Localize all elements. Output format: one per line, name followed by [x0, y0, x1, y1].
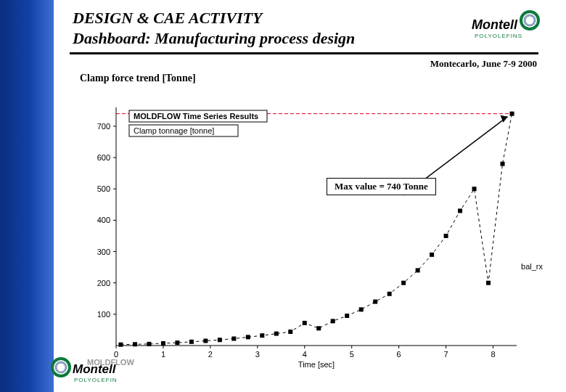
- data-marker: [288, 330, 292, 334]
- side-accent-bar: [0, 0, 54, 392]
- brand-sub: POLYOLEFINS: [475, 33, 522, 39]
- brand-name: Montell: [73, 362, 116, 376]
- brand-logo-bottom: Montell POLYOLEFINS: [51, 357, 116, 388]
- data-marker: [175, 340, 179, 345]
- x-tick-label: 2: [208, 350, 213, 359]
- data-marker: [231, 337, 236, 341]
- brand-sub: POLYOLEFINS: [74, 377, 116, 383]
- data-marker: [458, 208, 462, 213]
- y-tick-label: 600: [97, 153, 110, 162]
- data-marker: [444, 234, 448, 238]
- page-title-line1: DESIGN & CAE ACTIVITY: [73, 9, 537, 28]
- data-marker: [486, 281, 491, 285]
- x-tick-label: 8: [491, 350, 495, 359]
- data-marker: [189, 340, 194, 344]
- y-tick-label: 100: [97, 310, 110, 319]
- legend-series-label: bal_rx: [521, 262, 543, 271]
- x-tick-label: 7: [444, 350, 448, 359]
- data-marker: [345, 314, 349, 318]
- data-marker: [359, 307, 364, 311]
- page-title-line2: Dashboard: Manufacturing process design: [73, 29, 537, 48]
- slide-root: { "header": { "title1": "DESIGN & CAE AC…: [0, 0, 566, 392]
- data-marker: [316, 326, 321, 330]
- data-marker: [501, 162, 505, 166]
- data-marker: [331, 319, 335, 323]
- chart-inner-subtitle: Clamp tonnage [tonne]: [134, 126, 214, 135]
- data-marker: [430, 253, 434, 257]
- x-tick-label: 1: [161, 350, 165, 359]
- swirl-icon: [521, 12, 538, 29]
- brand-logo-top: Montell POLYOLEFINS: [472, 10, 543, 41]
- chart-inner-title: MOLDFLOW Time Series Results: [134, 112, 258, 121]
- data-marker: [218, 338, 222, 342]
- data-marker: [260, 333, 264, 338]
- annotation-max-value: Max value = 740 Tonne: [327, 178, 436, 195]
- data-marker: [401, 281, 406, 285]
- data-marker: [203, 339, 208, 343]
- y-tick-label: 300: [97, 248, 110, 256]
- y-tick-label: 400: [97, 216, 110, 224]
- x-tick-label: 3: [255, 350, 260, 359]
- data-marker: [161, 341, 165, 346]
- brand-name: Montell: [472, 17, 518, 32]
- data-marker: [274, 332, 279, 336]
- y-tick-label: 700: [97, 122, 110, 131]
- svg-point-1: [525, 15, 535, 25]
- data-marker: [416, 268, 420, 272]
- data-marker: [373, 300, 377, 304]
- x-tick-label: 5: [350, 350, 354, 359]
- data-marker: [147, 342, 151, 346]
- header-rule: [70, 52, 538, 54]
- event-label: Montecarlo, June 7-9 2000: [430, 58, 537, 70]
- data-marker: [387, 292, 392, 296]
- data-marker: [118, 343, 123, 347]
- x-tick-label: 6: [397, 350, 401, 359]
- x-tick-label: 4: [303, 350, 307, 359]
- data-marker: [246, 335, 250, 339]
- series-line: [120, 114, 512, 345]
- x-axis-label: Time [sec]: [298, 360, 335, 369]
- chart-section-title: Clamp force trend [Tonne]: [80, 73, 196, 84]
- header: DESIGN & CAE ACTIVITY Dashboard: Manufac…: [73, 9, 537, 48]
- svg-point-19: [56, 362, 66, 372]
- data-marker: [510, 112, 514, 116]
- y-tick-label: 500: [97, 184, 110, 193]
- swirl-icon: [52, 359, 70, 376]
- data-marker: [472, 187, 477, 191]
- y-tick-label: 200: [97, 279, 110, 287]
- data-marker: [303, 321, 307, 325]
- chart-plot: 100200300400500600700012345678MOLDFLOW T…: [91, 102, 546, 369]
- data-marker: [133, 342, 137, 346]
